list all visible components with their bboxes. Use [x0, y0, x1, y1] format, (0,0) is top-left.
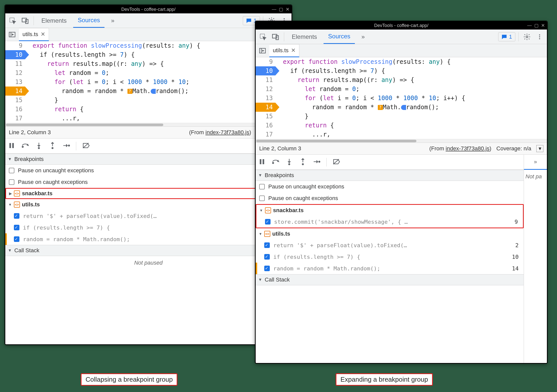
close-button[interactable]: ✕	[286, 7, 289, 12]
tab-sources[interactable]: Sources	[73, 14, 104, 28]
step-button[interactable]	[62, 142, 70, 150]
deactivate-breakpoints-button[interactable]	[82, 142, 90, 150]
tab-elements[interactable]: Elements	[37, 14, 71, 28]
callstack-panel-header[interactable]: ▼ Call Stack	[5, 245, 291, 256]
line-number[interactable]: 11	[5, 59, 25, 68]
step-out-button[interactable]	[299, 158, 307, 166]
step-into-button[interactable]	[285, 158, 293, 166]
close-tab-icon[interactable]: ✕	[41, 31, 45, 38]
callstack-panel-header[interactable]: ▼ Call Stack	[256, 274, 524, 285]
breakpoint-text: if (results.length >= 7) {	[273, 254, 509, 260]
inspect-icon[interactable]	[258, 32, 268, 42]
deactivate-breakpoints-button[interactable]	[333, 158, 340, 166]
file-tab-utils[interactable]: utils.ts ✕	[269, 44, 299, 57]
line-number[interactable]: 12	[5, 68, 25, 77]
code-editor[interactable]: 9 10 11 12 13 14 15 16 17 export functio…	[5, 41, 291, 123]
line-number[interactable]: 13	[256, 94, 275, 103]
breakpoint-row[interactable]: return '$' + parseFloat(value).toFixed(……	[256, 239, 524, 251]
checkbox[interactable]	[9, 168, 14, 173]
horizontal-scrollbar[interactable]	[256, 139, 547, 143]
step-button[interactable]	[313, 158, 320, 166]
line-gutter[interactable]: 9 10 11 12 13 14 15 16 17	[256, 57, 277, 139]
breakpoints-panel-header[interactable]: ▼ Breakpoints	[5, 154, 291, 165]
line-number[interactable]: 15	[256, 112, 275, 121]
close-button[interactable]: ✕	[541, 23, 545, 28]
line-number[interactable]: 12	[256, 85, 275, 94]
checkbox-checked[interactable]	[264, 266, 270, 271]
checkbox-checked[interactable]	[14, 236, 19, 242]
checkbox-checked[interactable]	[264, 254, 270, 260]
minimize-button[interactable]: —	[272, 7, 276, 12]
code-content[interactable]: export function slowProcessing(results: …	[277, 57, 547, 139]
pause-uncaught-row[interactable]: Pause on uncaught exceptions	[5, 165, 291, 176]
checkbox-checked[interactable]	[14, 225, 19, 230]
step-into-button[interactable]	[35, 142, 43, 150]
checkbox[interactable]	[9, 179, 14, 185]
file-tab-utils[interactable]: utils.ts ✕	[19, 28, 49, 41]
breakpoint-row[interactable]: store.commit('snackbar/showMessage', { ……	[256, 216, 523, 228]
breakpoint-group-utils[interactable]: ▼ <> utils.ts	[5, 199, 291, 210]
kebab-menu-icon[interactable]	[534, 32, 545, 42]
checkbox-checked[interactable]	[265, 219, 271, 225]
pause-caught-row[interactable]: Pause on caught exceptions	[256, 192, 524, 204]
minimize-button[interactable]: —	[527, 23, 532, 28]
inspect-icon[interactable]	[7, 15, 18, 26]
editor-status-bar: Line 2, Column 3 (From index-73f73a80.js…	[5, 126, 291, 138]
line-number-breakpoint[interactable]: 10	[5, 50, 25, 59]
checkbox-checked[interactable]	[264, 242, 270, 248]
settings-icon[interactable]	[522, 32, 532, 42]
close-tab-icon[interactable]: ✕	[291, 47, 296, 54]
maximize-button[interactable]: ▢	[279, 7, 283, 12]
line-number-breakpoint[interactable]: 10	[256, 66, 275, 75]
messages-button[interactable]: 1	[498, 32, 515, 41]
source-map-link[interactable]: index-73f73a80.js	[446, 145, 490, 152]
tab-elements[interactable]: Elements	[287, 30, 322, 44]
step-over-button[interactable]	[21, 142, 29, 150]
checkbox-checked[interactable]	[14, 213, 19, 219]
navigator-toggle-icon[interactable]	[257, 45, 268, 56]
line-number[interactable]: 17	[256, 130, 275, 139]
breakpoint-row[interactable]: return '$' + parseFloat(value).toFixed(……	[5, 210, 291, 222]
breakpoint-row[interactable]: random = random * Math.random(); 14	[256, 263, 524, 274]
line-gutter[interactable]: 9 10 11 12 13 14 15 16 17	[5, 41, 26, 123]
line-number[interactable]: 13	[5, 77, 25, 87]
svg-rect-30	[260, 159, 261, 164]
breakpoint-group-header[interactable]: ▼ <> snackbar.ts	[256, 205, 523, 216]
checkbox[interactable]	[259, 184, 265, 189]
pause-resume-button[interactable]	[258, 158, 266, 166]
pause-resume-button[interactable]	[8, 142, 15, 150]
line-number-conditional-bp[interactable]: 14	[256, 103, 275, 112]
line-number[interactable]: 15	[5, 96, 25, 105]
maximize-button[interactable]: ▢	[534, 23, 539, 28]
line-number[interactable]: 9	[256, 57, 275, 66]
source-map-link[interactable]: index-73f73a80.js	[205, 129, 249, 135]
tab-sources[interactable]: Sources	[324, 30, 355, 44]
pause-uncaught-row[interactable]: Pause on uncaught exceptions	[256, 181, 524, 192]
navigator-toggle-icon[interactable]	[7, 29, 17, 40]
tab-more[interactable]: »	[357, 30, 369, 44]
horizontal-scrollbar[interactable]	[5, 123, 291, 126]
breakpoint-row[interactable]: random = random * Math.random(); 14	[5, 233, 291, 245]
device-toggle-icon[interactable]	[270, 32, 281, 42]
device-toggle-icon[interactable]	[20, 15, 31, 26]
line-number[interactable]: 11	[256, 75, 275, 85]
line-number[interactable]: 16	[256, 121, 275, 130]
sidebar-more-tabs[interactable]: »	[524, 155, 547, 170]
checkbox[interactable]	[259, 195, 265, 201]
line-number-conditional-bp[interactable]: 14	[5, 87, 25, 96]
pause-caught-row[interactable]: Pause on caught exceptions	[5, 176, 291, 188]
breakpoint-group-utils[interactable]: ▼ <> utils.ts	[256, 228, 524, 239]
breakpoint-group-snackbar-collapsed[interactable]: ▶ <> snackbar.ts	[5, 188, 291, 199]
line-number[interactable]: 9	[5, 41, 25, 50]
line-number[interactable]: 17	[5, 114, 25, 123]
step-out-button[interactable]	[49, 142, 56, 150]
breakpoint-row[interactable]: if (results.length >= 7) { 10	[256, 251, 524, 263]
breakpoint-row[interactable]: if (results.length >= 7) { 10	[5, 222, 291, 233]
step-over-button[interactable]	[272, 158, 279, 166]
breakpoints-panel-header[interactable]: ▼ Breakpoints	[256, 170, 524, 181]
line-number[interactable]: 16	[5, 105, 25, 114]
code-editor[interactable]: 9 10 11 12 13 14 15 16 17 export functio…	[256, 57, 547, 139]
coverage-dropdown-icon[interactable]: ▾	[536, 145, 543, 152]
code-content[interactable]: export function slowProcessing(results: …	[26, 41, 291, 123]
tab-more[interactable]: »	[107, 14, 119, 28]
